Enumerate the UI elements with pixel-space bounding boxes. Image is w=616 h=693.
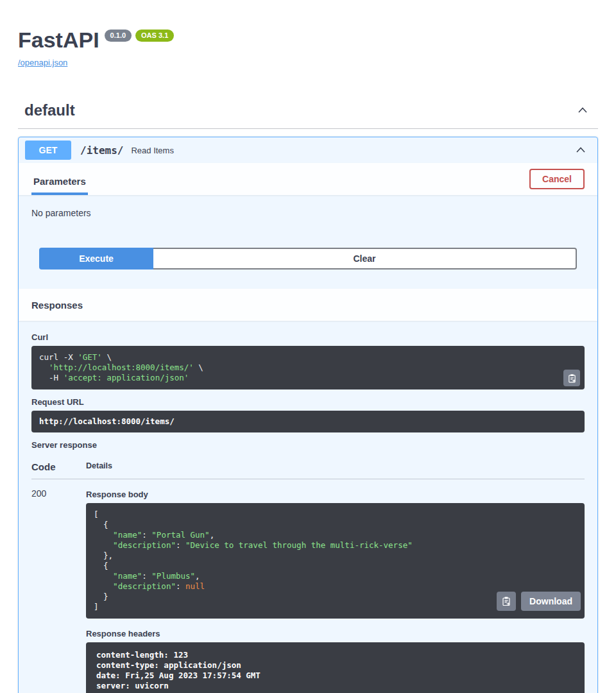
tag-section-title: default	[24, 101, 75, 119]
oas-badge: OAS 3.1	[135, 30, 174, 42]
responses-body: Curl curl -X 'GET' \ 'http://localhost:8…	[19, 321, 597, 693]
parameters-body: No parameters Execute Clear	[19, 195, 597, 289]
request-url-block: http://localhost:8000/items/	[31, 411, 585, 432]
copy-curl-button[interactable]	[563, 370, 580, 386]
opblock-get-items: GET /items/ Read Items Parameters Cancel…	[18, 137, 598, 693]
parameters-section-header: Parameters Cancel	[19, 163, 597, 195]
curl-label: Curl	[31, 332, 585, 342]
openapi-spec-link[interactable]: /openapi.json	[18, 58, 67, 67]
live-response-row: 200 Response body [ { "name": "Portal Gu…	[31, 479, 585, 693]
copy-response-button[interactable]	[497, 592, 516, 611]
status-code: 200	[31, 479, 86, 693]
download-button[interactable]: Download	[521, 592, 581, 611]
collapse-section-icon[interactable]	[576, 104, 589, 117]
api-info-header: FastAPI 0.1.0 OAS 3.1 /openapi.json	[18, 28, 598, 68]
tag-section-header[interactable]: default	[18, 101, 598, 129]
collapse-operation-icon[interactable]	[570, 144, 591, 157]
operation-path: /items/	[80, 144, 123, 157]
details-column-header: Details	[86, 461, 585, 472]
api-title-row: FastAPI 0.1.0 OAS 3.1	[18, 28, 598, 52]
request-url-value: http://localhost:8000/items/	[39, 416, 175, 426]
response-headers-label: Response headers	[86, 629, 585, 638]
responses-section-header: Responses	[19, 289, 597, 321]
api-title: FastAPI	[18, 28, 99, 52]
clear-button[interactable]: Clear	[153, 248, 577, 270]
server-response-label: Server response	[31, 440, 585, 450]
opblock-summary[interactable]: GET /items/ Read Items	[19, 137, 597, 163]
request-url-label: Request URL	[31, 397, 585, 407]
operation-summary-text: Read Items	[131, 146, 173, 155]
version-badge: 0.1.0	[105, 30, 132, 42]
method-badge: GET	[25, 141, 71, 160]
cancel-button[interactable]: Cancel	[529, 169, 585, 189]
responses-title: Responses	[31, 300, 83, 311]
execute-row: Execute Clear	[39, 248, 577, 270]
response-headers-block: content-length: 123content-type: applica…	[86, 642, 585, 693]
curl-code-block: curl -X 'GET' \ 'http://localhost:8000/i…	[31, 346, 585, 389]
api-badges: 0.1.0 OAS 3.1	[105, 30, 175, 42]
response-body-label: Response body	[86, 490, 585, 499]
response-table-header: Code Details	[31, 454, 585, 479]
parameters-tab: Parameters	[31, 176, 88, 195]
code-column-header: Code	[31, 461, 86, 472]
execute-button[interactable]: Execute	[39, 248, 153, 270]
no-parameters-text: No parameters	[31, 208, 585, 218]
response-body-block: [ { "name": "Portal Gun", "description":…	[86, 503, 585, 619]
